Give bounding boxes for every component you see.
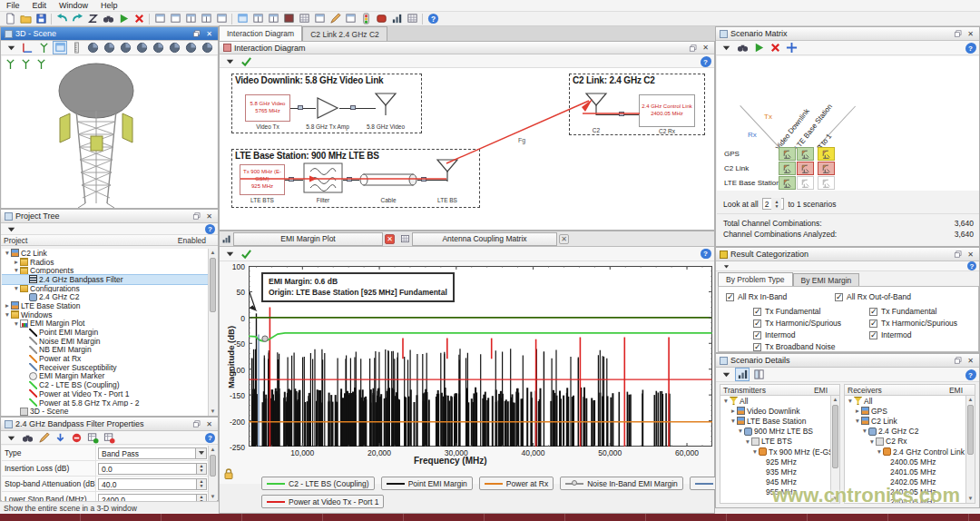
port-connector[interactable] bbox=[298, 105, 303, 110]
caret-icon[interactable] bbox=[4, 431, 18, 445]
spinner-buttons[interactable]: ▲▼ bbox=[197, 478, 207, 490]
help-icon[interactable]: ? bbox=[205, 433, 215, 443]
float-button[interactable] bbox=[953, 356, 963, 365]
window-tile-h-icon[interactable] bbox=[183, 12, 198, 25]
layout-pick-icon[interactable] bbox=[312, 12, 327, 25]
run-analysis-icon[interactable] bbox=[116, 12, 131, 25]
open-file-icon[interactable] bbox=[18, 12, 33, 25]
matrix-cell-2-0[interactable] bbox=[779, 176, 796, 190]
kit-red-icon[interactable] bbox=[374, 12, 388, 25]
run-analysis-icon[interactable] bbox=[751, 41, 766, 54]
find-binoculars-icon[interactable] bbox=[735, 41, 750, 54]
interaction-canvas[interactable]: Video Downlink: 5.8 GHz Video Link 5.8 G… bbox=[220, 68, 714, 230]
matrix-cell-2-1[interactable] bbox=[797, 176, 814, 190]
tree-item-radios[interactable]: ▸Radios bbox=[2, 258, 209, 267]
expander-icon[interactable]: ▸ bbox=[854, 408, 861, 415]
expander-icon[interactable]: ▾ bbox=[861, 428, 868, 435]
tree-item-2400-05-mhz[interactable]: 2400.05 MHz· bbox=[845, 457, 975, 467]
in-band-checkbox-intermod[interactable]: Intermod bbox=[753, 330, 796, 339]
close-button[interactable]: ✕ bbox=[965, 29, 975, 38]
help-icon[interactable]: ? bbox=[205, 224, 215, 234]
view-right-icon[interactable] bbox=[151, 41, 165, 54]
project-tree-scrollbar[interactable]: ▲▼ bbox=[208, 249, 217, 416]
antenna-symbol[interactable] bbox=[372, 91, 399, 118]
tree-item-925-mhz[interactable]: 925 MHz· bbox=[720, 457, 839, 467]
tree-item-900-mhz-lte-bs[interactable]: ▾900 MHz LTE BS· bbox=[720, 427, 839, 437]
axis-x-icon[interactable] bbox=[20, 41, 34, 54]
kit-grid-icon[interactable] bbox=[405, 12, 419, 25]
caret-icon[interactable] bbox=[4, 222, 18, 236]
tree-item-point-emi-margin[interactable]: Point EMI Margin bbox=[2, 328, 209, 337]
legend-noise-in-band-emi-margin[interactable]: Noise In-Band EMI Margin bbox=[560, 477, 683, 490]
tree-item-lte-base-station[interactable]: ▾LTE Base Station· bbox=[720, 416, 839, 426]
check-valid-icon[interactable] bbox=[239, 54, 253, 68]
tree-item-c2-link[interactable]: ▾C2 Link· bbox=[845, 416, 975, 426]
pane-chart-icon[interactable] bbox=[735, 368, 750, 381]
tree-item-tx-900-mhz-e-gsm-[interactable]: ▾Tx 900 MHz (E-GSM)· bbox=[720, 447, 839, 457]
matrix-cell-1-2[interactable] bbox=[818, 162, 835, 175]
expander-icon[interactable]: ▾ bbox=[737, 428, 744, 435]
view-sphere-icon[interactable] bbox=[200, 41, 214, 54]
table-add-icon[interactable] bbox=[85, 431, 100, 445]
close-button[interactable]: ✕ bbox=[204, 211, 214, 221]
tab-by-emi-margin[interactable]: By EMI Margin bbox=[793, 273, 860, 286]
column-project[interactable]: Project bbox=[4, 236, 27, 245]
window-close-icon[interactable] bbox=[214, 12, 229, 25]
view-bottom-icon[interactable] bbox=[183, 41, 198, 54]
in-band-checkbox-tx-fundamental[interactable]: Tx Fundamental bbox=[753, 307, 820, 316]
out-of-band-checkbox-tx-fundamental[interactable]: Tx Fundamental bbox=[869, 307, 936, 316]
move-window-icon[interactable] bbox=[784, 41, 799, 54]
dropdown-caret[interactable] bbox=[196, 447, 207, 459]
close-button[interactable]: ✕ bbox=[965, 356, 975, 365]
undo-icon[interactable] bbox=[54, 12, 69, 25]
tree-item-lte-bts[interactable]: ▾LTE BTS· bbox=[720, 437, 839, 447]
legend-point-emi-margin[interactable]: Point EMI Margin bbox=[381, 477, 473, 490]
matrix-cell-1-0[interactable] bbox=[779, 162, 796, 175]
tree-item-2401-05-mhz[interactable]: 2401.05 MHz· bbox=[845, 467, 975, 477]
tree-item-c2-rx[interactable]: ▾C2 Rx· bbox=[845, 437, 975, 447]
expander-icon[interactable]: ▾ bbox=[13, 320, 20, 328]
tree-item-noise-emi-margin[interactable]: Noise EMI Margin bbox=[2, 337, 209, 346]
layout-right-icon[interactable] bbox=[266, 12, 280, 25]
help-icon[interactable]: ? bbox=[701, 249, 710, 259]
all-rx-out-of-band-checkbox[interactable]: All Rx Out-of-Band bbox=[835, 292, 911, 301]
c2-link-block[interactable]: C2 Link: 2.4 GHz C2 2.4 GHz Control Link… bbox=[569, 74, 705, 135]
tree-item-configurations[interactable]: ▾Configurations bbox=[2, 284, 209, 293]
tree-item-2-4-ghz-c2[interactable]: 2.4 GHz C2 bbox=[2, 292, 209, 301]
expander-icon[interactable]: ▾ bbox=[868, 438, 876, 446]
tree-item-935-mhz[interactable]: 935 MHz· bbox=[720, 467, 839, 477]
expander-icon[interactable]: ▾ bbox=[4, 250, 11, 257]
tree-item-nb-emi-margin[interactable]: NB EMI Margin bbox=[2, 346, 209, 355]
help-icon[interactable]: ? bbox=[967, 261, 976, 270]
tree-item-emi-margin-plot[interactable]: ▾EMI Margin Plot bbox=[2, 319, 209, 329]
port-connector[interactable] bbox=[619, 112, 624, 116]
port-connector[interactable] bbox=[347, 177, 352, 182]
column-enabled[interactable]: Enabled bbox=[178, 236, 215, 245]
matrix-cell-2-2[interactable] bbox=[818, 176, 835, 190]
expander-icon[interactable]: ▾ bbox=[744, 438, 751, 446]
view-iso-icon[interactable] bbox=[85, 41, 100, 54]
layout-dark-icon[interactable] bbox=[281, 12, 296, 25]
expander-icon[interactable]: ▾ bbox=[730, 418, 737, 425]
tree-item-components[interactable]: ▾Components bbox=[2, 266, 209, 275]
axis-lock-icon[interactable] bbox=[222, 467, 235, 480]
c2-rx-component[interactable]: 2.4 GHz Control Link 2400.05 MHz bbox=[639, 94, 695, 127]
property-value-input[interactable]: 2400.0 bbox=[98, 494, 197, 502]
legend-c2-lte-bs-coupling-[interactable]: C2 - LTE BS (Coupling) bbox=[261, 477, 375, 490]
legend-power-at-video-tx-port-1[interactable]: Power at Video Tx - Port 1 bbox=[261, 495, 384, 508]
matrix-cell-0-0[interactable] bbox=[779, 147, 796, 161]
triad-icon[interactable] bbox=[35, 58, 47, 70]
in-band-checkbox-tx-broadband-noise[interactable]: Tx Broadband Noise bbox=[753, 342, 836, 351]
menu-edit[interactable]: Edit bbox=[26, 1, 54, 10]
tab-by-problem-type[interactable]: By Problem Type bbox=[718, 272, 793, 286]
lte-bts-component[interactable]: Tx 900 MHz (E-GSM) 925 MHz bbox=[240, 164, 285, 195]
view-top-icon[interactable] bbox=[167, 41, 181, 54]
matrix-cell-0-2[interactable] bbox=[818, 147, 835, 161]
expander-icon[interactable]: ▾ bbox=[4, 311, 11, 319]
close-emi-plot-tab[interactable]: ✕ bbox=[385, 234, 395, 244]
float-button[interactable] bbox=[191, 419, 201, 428]
matrix-cell-1-1[interactable] bbox=[797, 162, 814, 175]
out-of-band-checkbox-intermod[interactable]: Intermod bbox=[869, 330, 912, 339]
tree-item-c2-link[interactable]: ▾C2 Link bbox=[2, 249, 209, 258]
view-front-icon[interactable] bbox=[102, 41, 116, 54]
